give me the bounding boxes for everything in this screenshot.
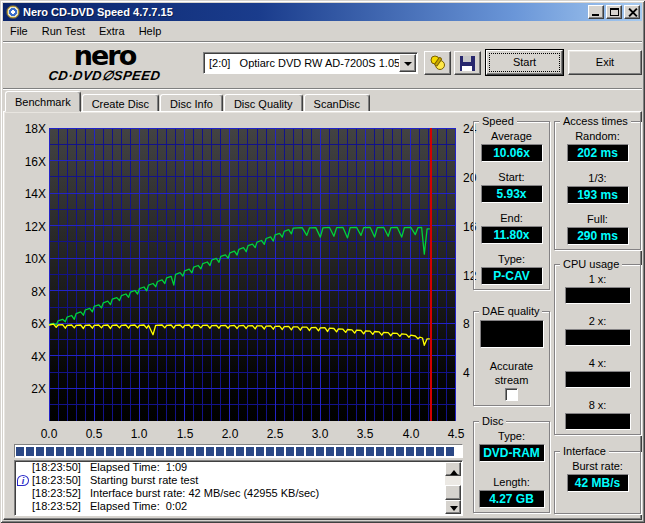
accurate-stream-checkbox[interactable] [505,388,518,401]
menu-run-test[interactable]: Run Test [35,23,92,39]
group-title: Disc [479,415,506,427]
log-time: [18:23:50] [32,474,90,487]
progress-block [136,447,144,456]
close-button[interactable] [624,5,640,19]
speed-group: Speed Average 10.06x Start: 5.93x End: 1… [473,121,550,290]
nero-logo-text: nero [17,44,192,68]
cpu-2x-value [565,329,631,346]
access-third-label: 1/3: [588,172,606,184]
log-text: Elapsed Time: 1:09 [90,461,462,474]
y-axis-label: 2X [12,382,46,396]
progress-block [236,447,244,456]
title-bar[interactable]: Nero CD-DVD Speed 4.7.7.15 [3,3,642,21]
disc-type-value: DVD-RAM [479,444,545,462]
nero-logo: nero CD·DVD∅SPEED [17,44,192,83]
tab-disc-info[interactable]: Disc Info [160,94,223,112]
x-axis-label: 1.5 [170,427,200,441]
minimize-button[interactable] [588,5,604,19]
speed-average-label: Average [491,130,532,142]
group-title: Interface [560,445,609,457]
x-axis-label: 2.5 [260,427,290,441]
tab-disc-quality[interactable]: Disc Quality [224,94,303,112]
scroll-down-button[interactable] [445,500,461,514]
menu-extra[interactable]: Extra [92,23,132,39]
access-third-value: 193 ms [567,186,629,204]
progress-block [206,447,214,456]
progress-block [426,447,434,456]
start-button[interactable]: Start [486,50,563,75]
dae-quality-group: DAE quality Accurate stream [473,311,550,406]
drive-selector[interactable]: [2:0] Optiarc DVD RW AD-7200S 1.05 [203,52,418,74]
burst-rate-value: 42 MB/s [567,474,629,492]
access-full-label: Full: [587,213,608,225]
interface-group: Interface Burst rate: 42 MB/s [554,451,641,514]
accurate-stream-label: Accurate [490,360,533,372]
access-random-label: Random: [575,130,620,142]
menu-bar: File Run Test Extra Help [3,22,642,40]
scroll-up-button[interactable] [445,462,461,476]
menu-help[interactable]: Help [132,23,169,39]
speed-average-value: 10.06x [481,144,543,162]
cpu-1x-label: 1 x: [589,273,607,285]
tools-button[interactable] [424,51,451,75]
disc-length-value: 4.27 GB [479,490,545,508]
progress-bar [14,444,463,458]
progress-block [336,447,344,456]
status-log[interactable]: [18:23:50] Elapsed Time: 1:09 i [18:23:5… [14,460,463,516]
speed-start-label: Start: [498,171,524,183]
window-title: Nero CD-DVD Speed 4.7.7.15 [23,6,586,18]
scrollbar-thumb[interactable] [445,485,461,500]
speed-end-label: End: [500,212,523,224]
dropdown-arrow-icon[interactable] [399,54,416,72]
progress-block [446,447,454,456]
progress-block [146,447,154,456]
y-axis-label: 6X [12,317,46,331]
chart-canvas [49,128,456,421]
progress-block [76,447,84,456]
tab-benchmark[interactable]: Benchmark [5,91,81,112]
exit-button[interactable]: Exit [568,50,642,75]
progress-block [116,447,124,456]
progress-block [376,447,384,456]
progress-block [186,447,194,456]
speed-start-value: 5.93x [481,185,543,203]
tab-scandisc[interactable]: ScanDisc [304,94,370,112]
log-entry: [18:23:50] Elapsed Time: 1:09 [15,461,462,474]
y-axis-label: 12X [12,220,46,234]
progress-block [246,447,254,456]
y-axis-label: 8X [12,285,46,299]
arrow-down-icon [450,506,458,515]
progress-block [126,447,134,456]
save-icon [460,56,475,71]
progress-block [96,447,104,456]
progress-block [276,447,284,456]
progress-block [386,447,394,456]
nero-disc-icon [6,5,20,19]
cpu-8x-value [565,413,631,430]
log-time: [18:23:52] [32,500,90,513]
x-axis-label: 1.0 [124,427,154,441]
progress-block [66,447,74,456]
cpu-8x-label: 8 x: [589,399,607,411]
arrow-up-icon [450,466,458,475]
progress-block [196,447,204,456]
x-axis-label: 0.5 [79,427,109,441]
progress-block [256,447,264,456]
cpu-4x-label: 4 x: [589,357,607,369]
group-title: CPU usage [560,258,622,270]
x-axis-label: 3.0 [305,427,335,441]
group-title: DAE quality [479,305,542,317]
log-scrollbar[interactable] [445,462,461,514]
disc-type-label: Type: [498,430,525,442]
burst-rate-label: Burst rate: [572,460,623,472]
access-times-group: Access times Random: 202 ms 1/3: 193 ms … [554,121,641,250]
progress-block [226,447,234,456]
menu-file[interactable]: File [3,23,35,39]
log-entry: [18:23:52] Elapsed Time: 0:02 [15,500,462,513]
tab-strip: Benchmark Create Disc Disc Info Disc Qua… [5,91,371,112]
speed-chart [49,128,456,421]
maximize-button[interactable] [606,5,622,19]
tab-create-disc[interactable]: Create Disc [82,94,159,112]
save-button[interactable] [454,51,481,75]
x-axis-label: 3.5 [350,427,380,441]
